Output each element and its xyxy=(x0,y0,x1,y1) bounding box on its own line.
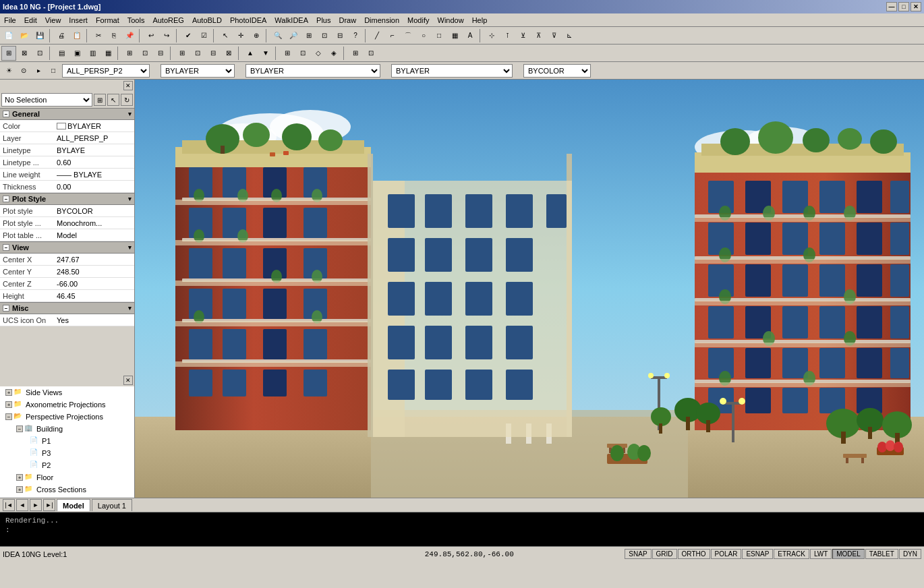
panel-close-button[interactable]: ✕ xyxy=(123,81,133,90)
maximize-button[interactable]: □ xyxy=(898,2,909,11)
tb-print[interactable]: 🖨 xyxy=(54,28,69,43)
tb2-9[interactable]: ⊡ xyxy=(138,46,152,61)
close-button[interactable]: ✕ xyxy=(911,2,921,11)
status-grid[interactable]: GRID xyxy=(652,549,677,559)
menu-view[interactable]: View xyxy=(41,15,65,26)
menu-insert[interactable]: Insert xyxy=(65,15,92,26)
tb2-21[interactable]: ⊞ xyxy=(348,46,363,61)
tb2-18[interactable]: ⊡ xyxy=(295,46,310,61)
general-toggle[interactable]: − xyxy=(3,111,9,117)
menu-photoidea[interactable]: PhotoIDEA xyxy=(226,15,270,26)
nav-prev[interactable]: ◄ xyxy=(16,499,28,511)
tb-line[interactable]: ╱ xyxy=(370,28,384,43)
prop-icon-2[interactable]: ↖ xyxy=(107,94,119,106)
tb2-16[interactable]: ▼ xyxy=(258,46,273,61)
prop-icon-3[interactable]: ↻ xyxy=(121,94,133,106)
tb-redo[interactable]: ↪ xyxy=(159,28,174,43)
tree-close-button[interactable]: ✕ xyxy=(123,376,133,385)
cmd-input[interactable] xyxy=(5,537,919,546)
nav-last[interactable]: ►| xyxy=(43,499,55,511)
menu-autobld[interactable]: AutoBLD xyxy=(188,15,226,26)
tb2-6[interactable]: ▥ xyxy=(85,46,100,61)
general-section-header[interactable]: − General ▾ xyxy=(0,108,134,120)
tree-perspective[interactable]: − 📂 Perspective Projections xyxy=(0,411,134,423)
tb-zoom-in[interactable]: 🔍 xyxy=(270,28,285,43)
menu-file[interactable]: File xyxy=(0,15,20,26)
tb-copy[interactable]: ⎘ xyxy=(107,28,121,43)
menu-format[interactable]: Format xyxy=(92,15,123,26)
status-etrack[interactable]: ETRACK xyxy=(774,549,809,559)
perspective-expand[interactable]: − xyxy=(5,413,12,420)
tb-zoom-out[interactable]: 🔎 xyxy=(286,28,301,43)
tb-new[interactable]: 📄 xyxy=(1,28,16,43)
tb2-5[interactable]: ▣ xyxy=(69,46,84,61)
status-tablet[interactable]: TABLET xyxy=(865,549,898,559)
linetype-dropdown[interactable]: BYLAYER xyxy=(246,64,380,78)
nav-first[interactable]: |◄ xyxy=(3,499,15,511)
misc-toggle[interactable]: − xyxy=(3,305,9,312)
color-dropdown[interactable]: BYLAYER xyxy=(161,64,235,78)
layer-circle-icon[interactable]: ⊙ xyxy=(18,65,30,77)
tb-pick3[interactable]: ⊕ xyxy=(249,28,264,43)
tree-p1[interactable]: 📄 P1 xyxy=(0,435,134,447)
viewport[interactable] xyxy=(135,80,924,498)
tb-check[interactable]: ✔ xyxy=(181,28,196,43)
tb2-2[interactable]: ⊠ xyxy=(17,46,32,61)
menu-window[interactable]: Window xyxy=(434,15,468,26)
tb2-22[interactable]: ⊡ xyxy=(364,46,378,61)
tb-polyline[interactable]: ⌐ xyxy=(385,28,400,43)
tb2-14[interactable]: ⊠ xyxy=(221,46,236,61)
tb2-15[interactable]: ▲ xyxy=(243,46,258,61)
tb-pick2[interactable]: ✛ xyxy=(233,28,248,43)
tb-snap6[interactable]: ⊾ xyxy=(562,28,577,43)
plotstyle-arrow[interactable]: ▾ xyxy=(128,196,132,202)
layer-sun-icon[interactable]: ☀ xyxy=(3,65,15,77)
building-expand[interactable]: − xyxy=(16,425,23,432)
canvas-area[interactable] xyxy=(135,80,924,498)
tree-floor[interactable]: + 📁 Floor xyxy=(0,471,134,483)
status-lwt[interactable]: LWT xyxy=(810,549,832,559)
layer-dropdown[interactable]: ALL_PERSP_P2 xyxy=(62,64,150,78)
plotstyle-dropdown[interactable]: BYCOLOR xyxy=(523,64,591,78)
crosssections-expand[interactable]: + xyxy=(16,486,23,493)
tb-arc[interactable]: ⌒ xyxy=(401,28,415,43)
minimize-button[interactable]: — xyxy=(886,2,897,11)
tb-zoom-all[interactable]: ⊞ xyxy=(301,28,316,43)
floor-expand[interactable]: + xyxy=(16,474,23,481)
menu-dimension[interactable]: Dimension xyxy=(360,15,403,26)
tree-p2[interactable]: 📄 P2 xyxy=(0,459,134,471)
tree-sideviews[interactable]: + 📁 Side Views xyxy=(0,386,134,399)
selection-dropdown[interactable]: No Selection xyxy=(1,93,92,107)
view-toggle[interactable]: − xyxy=(3,244,9,251)
menu-draw[interactable]: Draw xyxy=(335,15,360,26)
tab-model[interactable]: Model xyxy=(57,499,90,511)
lineweight-dropdown[interactable]: BYLAYER xyxy=(391,64,513,78)
status-dyn[interactable]: DYN xyxy=(899,549,921,559)
view-section-header[interactable]: − View ▾ xyxy=(0,241,134,254)
prop-icon-1[interactable]: ⊞ xyxy=(94,94,106,106)
misc-arrow[interactable]: ▾ xyxy=(128,305,132,312)
tb-circle[interactable]: ○ xyxy=(416,28,431,43)
plotstyle-toggle[interactable]: − xyxy=(3,196,9,202)
menu-autoreg[interactable]: AutoREG xyxy=(148,15,187,26)
tb2-8[interactable]: ⊞ xyxy=(122,46,137,61)
tb-open[interactable]: 📂 xyxy=(17,28,32,43)
tb2-1[interactable]: ⊞ xyxy=(1,46,16,61)
tb-text[interactable]: A xyxy=(463,28,478,43)
tb2-11[interactable]: ⊞ xyxy=(175,46,190,61)
tb-snap1[interactable]: ⊹ xyxy=(484,28,499,43)
menu-modify[interactable]: Modify xyxy=(403,15,433,26)
axonometric-expand[interactable]: + xyxy=(5,401,12,408)
tb2-12[interactable]: ⊡ xyxy=(190,46,205,61)
tab-layout1[interactable]: Layout 1 xyxy=(92,499,132,511)
status-ortho[interactable]: ORTHO xyxy=(678,549,710,559)
tree-p3[interactable]: 📄 P3 xyxy=(0,447,134,459)
tb2-19[interactable]: ◇ xyxy=(311,46,326,61)
tb-snap2[interactable]: ⊺ xyxy=(500,28,515,43)
view-arrow[interactable]: ▾ xyxy=(128,244,132,251)
tb2-17[interactable]: ⊞ xyxy=(280,46,295,61)
menu-edit[interactable]: Edit xyxy=(20,15,41,26)
general-arrow[interactable]: ▾ xyxy=(128,111,132,117)
tb2-4[interactable]: ▤ xyxy=(54,46,69,61)
status-model[interactable]: MODEL xyxy=(832,549,865,559)
